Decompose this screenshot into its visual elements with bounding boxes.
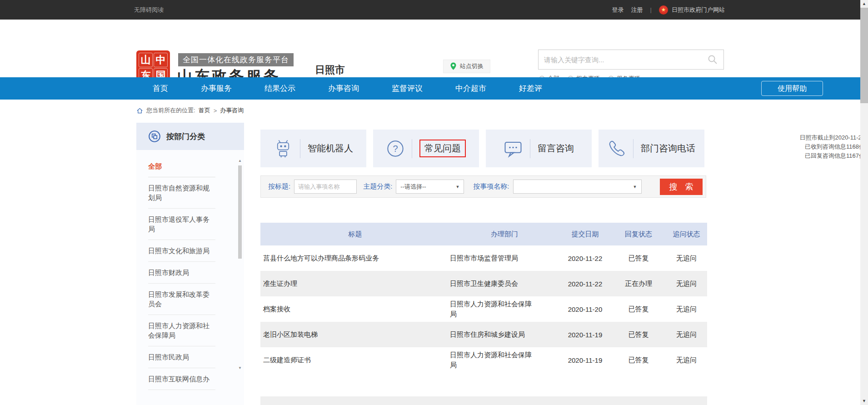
sidebar-item[interactable]: 日照市互联网信息办 [148,368,215,390]
portal-link-label: 日照市政府门户网站 [672,6,725,14]
consult-stats: 日照市截止到2020-11-23 已收到咨询信息1168件 已回复咨询信息116… [773,133,865,160]
site-switch-label: 站点切换 [460,62,484,70]
chevron-down-icon: ▼ [633,185,637,189]
nav-item-consult[interactable]: 办事咨询 [312,77,375,100]
register-link[interactable]: 注册 [631,6,643,14]
keyword-search-input[interactable] [544,56,707,64]
row-date: 2020-11-19 [559,356,611,364]
stats-line-received: 已收到咨询信息1168件 [773,142,865,151]
page: 无障碍阅读 登录 注册 | ★ 日照市政府门户网站 山 中 东 国 全国一体化在… [0,0,868,405]
national-emblem-icon: ★ [659,5,668,15]
top-utility-bar: 无障碍阅读 登录 注册 | ★ 日照市政府门户网站 [0,0,868,20]
nav-item-results[interactable]: 结果公示 [248,77,312,100]
row-title[interactable]: 老旧小区加装电梯 [260,330,450,339]
row-title[interactable]: 档案接收 [260,305,450,314]
table-row[interactable]: 二级建造师证书 日照市人力资源和社会保障局 2020-11-19 已答复 无追问 [260,347,707,373]
row-reply-status: 正在办理 [611,280,666,288]
row-title[interactable]: 二级建造师证书 [260,356,450,365]
row-title[interactable]: 莒县什么地方可以办理商品条形码业务 [260,254,450,263]
col-header-reply-status: 回复状态 [611,230,666,239]
tab-department-phone[interactable]: 部门咨询电话 [599,130,704,167]
sidebar-item[interactable]: 日照市自然资源和规划局 [148,177,215,209]
search-button[interactable]: 搜 索 [660,179,703,195]
scroll-down-icon[interactable]: ▼ [860,398,868,405]
tab-label-faq[interactable]: 常见问题 [419,140,466,157]
col-header-follow-status: 追问状态 [666,230,707,239]
row-department: 日照市卫生健康委员会 [450,279,559,289]
sidebar-item[interactable]: 日照市退役军人事务局 [148,209,215,240]
nav-item-rating[interactable]: 好差评 [503,77,559,100]
row-date: 2020-11-22 [559,255,611,262]
breadcrumb-current: 办事咨询 [220,106,244,115]
breadcrumb-home[interactable]: 首页 [199,106,210,115]
filter-bar: 按标题: 主题分类: --请选择-- ▼ 按事项名称: ▼ 搜 索 [260,175,706,198]
sidebar-item[interactable]: 日照市人力资源和社会保障局 [148,315,215,346]
tab-divider [530,139,530,158]
breadcrumb-separator: > [214,107,217,114]
login-link[interactable]: 登录 [612,6,624,14]
nav-item-supervision[interactable]: 监督评议 [375,77,439,100]
tab-divider [300,139,300,158]
scroll-up-icon[interactable]: ▲ [860,0,868,7]
filter-category-select[interactable]: --请选择-- ▼ [396,180,464,194]
page-scrollbar-thumb[interactable] [860,8,868,103]
tab-label-message[interactable]: 留言咨询 [538,142,574,155]
site-header: 山 中 东 国 全国一体化在线政务服务平台 山东政务服务 日照市 站点切换 [0,20,868,77]
department-category-icon [148,130,161,143]
sidebar-item[interactable]: 日照市发展和改革委员会 [148,284,215,315]
sidebar-item[interactable]: 日照市民政局 [148,346,215,368]
table-row[interactable]: 莒县什么地方可以办理商品条形码业务 日照市市场监督管理局 2020-11-22 … [260,245,707,271]
scroll-down-icon[interactable]: ▼ [237,365,243,371]
tab-smart-robot[interactable]: 智能机器人 [260,130,366,167]
help-button[interactable]: 使用帮助 [761,81,823,96]
stats-line-date: 日照市截止到2020-11-23 [773,133,865,142]
portal-link[interactable]: ★ 日照市政府门户网站 [659,5,725,15]
sidebar-item-all[interactable]: 全部 [148,155,215,177]
tab-label-phone[interactable]: 部门咨询电话 [641,142,695,155]
table-row[interactable]: 准生证办理 日照市卫生健康委员会 2020-11-22 正在办理 无追问 [260,271,707,296]
nav-item-services[interactable]: 办事服务 [185,77,248,100]
tab-label-smart-robot[interactable]: 智能机器人 [308,142,353,155]
search-icon[interactable] [707,54,718,65]
table-row-partial [260,396,707,405]
accessibility-link[interactable]: 无障碍阅读 [134,6,164,14]
nav-item-intermediary[interactable]: 中介超市 [439,77,503,100]
row-department: 日照市人力资源和社会保障局 [450,299,559,319]
row-follow-status: 无追问 [666,254,707,263]
filter-category-value: --请选择-- [400,183,426,191]
sidebar-scrollbar-thumb[interactable] [238,165,242,259]
department-sidebar: 按部门分类 全部 日照市自然资源和规划局 日照市退役军人事务局 日照市文化和旅游… [136,123,244,405]
keyword-search-box [538,50,724,70]
message-icon [504,140,523,158]
col-header-title: 标题 [260,230,450,239]
robot-icon [274,139,293,158]
row-department: 日照市人力资源和社会保障局 [450,350,559,370]
page-scrollbar[interactable]: ▲ ▼ [860,0,868,405]
nav-item-home[interactable]: 首页 [136,77,185,100]
filter-item-select[interactable]: ▼ [513,180,642,194]
table-row[interactable]: 老旧小区加装电梯 日照市住房和城乡建设局 2020-11-19 已答复 无追问 [260,322,707,347]
filter-title-input[interactable] [294,180,357,194]
row-reply-status: 已答复 [611,356,666,365]
row-reply-status: 已答复 [611,330,666,339]
seal-char: 山 [139,53,153,67]
tab-message-consult[interactable]: 留言咨询 [486,130,592,167]
filter-category-label: 主题分类: [363,182,392,191]
row-department: 日照市市场监督管理局 [450,253,559,263]
row-title[interactable]: 准生证办理 [260,280,450,288]
filter-item-label: 按事项名称: [473,182,509,191]
sidebar-item[interactable]: 日照市文化和旅游局 [148,240,215,262]
sidebar-item[interactable]: 日照市财政局 [148,262,215,284]
scroll-up-icon[interactable]: ▲ [237,158,243,164]
city-name: 日照市 [315,63,345,77]
sidebar-scrollbar[interactable]: ▲ ▼ [237,158,243,371]
main-nav: 首页 办事服务 结果公示 办事咨询 监督评议 中介超市 好差评 使用帮助 [0,77,868,100]
table-row[interactable]: 档案接收 日照市人力资源和社会保障局 2020-11-20 已答复 无追问 [260,296,707,322]
tab-faq[interactable]: ? 常见问题 [373,130,479,167]
row-date: 2020-11-19 [559,331,611,339]
site-switch-button[interactable]: 站点切换 [443,60,490,73]
location-pin-icon [450,62,457,70]
home-icon [136,107,143,114]
consult-table: 标题 办理部门 提交日期 回复状态 追问状态 莒县什么地方可以办理商品条形码业务… [260,223,707,373]
row-date: 2020-11-22 [559,280,611,288]
